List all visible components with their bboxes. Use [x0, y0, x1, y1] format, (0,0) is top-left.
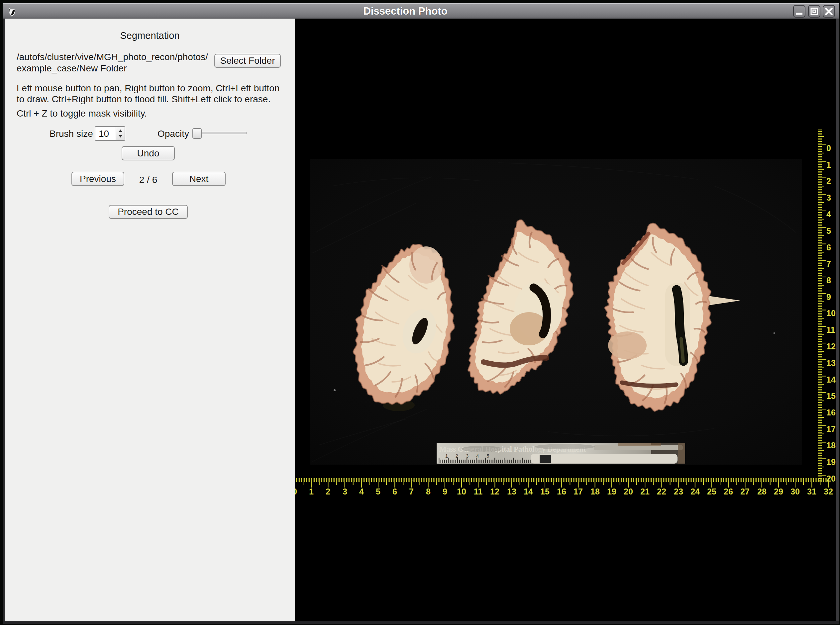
- svg-text:19: 19: [607, 487, 616, 496]
- svg-text:10: 10: [826, 308, 836, 318]
- svg-text:14: 14: [826, 375, 836, 384]
- svg-text:2: 2: [826, 176, 831, 186]
- svg-text:6: 6: [826, 243, 831, 252]
- svg-text:29: 29: [774, 487, 783, 496]
- svg-text:1 2 3 4 5: 1 2 3 4 5: [445, 453, 489, 459]
- svg-text:12: 12: [490, 487, 499, 496]
- svg-text:3: 3: [826, 193, 831, 202]
- svg-text:7: 7: [826, 259, 831, 268]
- svg-text:3: 3: [343, 487, 347, 496]
- svg-text:31: 31: [807, 487, 817, 496]
- svg-text:30: 30: [790, 487, 800, 496]
- svg-text:22: 22: [657, 487, 666, 496]
- svg-text:4: 4: [826, 210, 831, 219]
- svg-text:11: 11: [474, 487, 483, 496]
- svg-text:15: 15: [826, 391, 836, 401]
- svg-text:10: 10: [457, 487, 466, 496]
- svg-text:18: 18: [591, 487, 600, 496]
- svg-text:0: 0: [826, 143, 831, 153]
- svg-text:1: 1: [826, 160, 831, 169]
- svg-text:14: 14: [524, 487, 533, 496]
- svg-text:12: 12: [826, 342, 836, 351]
- svg-text:23: 23: [674, 487, 683, 496]
- svg-text:28: 28: [757, 487, 767, 496]
- svg-text:17: 17: [574, 487, 583, 496]
- svg-text:9: 9: [826, 292, 831, 302]
- svg-text:26: 26: [724, 487, 733, 496]
- svg-text:4: 4: [359, 487, 364, 496]
- svg-text:8: 8: [826, 276, 831, 285]
- svg-text:16: 16: [557, 487, 566, 496]
- svg-text:8: 8: [426, 487, 431, 496]
- svg-text:6: 6: [393, 487, 397, 496]
- svg-text:13: 13: [826, 358, 836, 368]
- svg-text:1: 1: [309, 487, 314, 496]
- svg-text:2: 2: [326, 487, 330, 496]
- svg-text:27: 27: [740, 487, 750, 496]
- svg-text:18: 18: [826, 441, 836, 450]
- svg-text:5: 5: [826, 226, 831, 235]
- svg-text:11: 11: [826, 325, 835, 334]
- svg-text:13: 13: [507, 487, 516, 496]
- svg-text:20: 20: [624, 487, 633, 496]
- svg-text:15: 15: [540, 487, 550, 496]
- svg-text:32: 32: [824, 487, 833, 496]
- svg-text:16: 16: [826, 408, 836, 417]
- svg-text:25: 25: [707, 487, 716, 496]
- svg-text:17: 17: [826, 424, 836, 434]
- svg-text:7: 7: [409, 487, 414, 496]
- svg-text:20: 20: [826, 474, 836, 483]
- svg-text:0: 0: [295, 487, 297, 496]
- svg-text:19: 19: [826, 457, 836, 466]
- svg-text:9: 9: [443, 487, 447, 496]
- svg-text:21: 21: [640, 487, 650, 496]
- svg-text:24: 24: [690, 487, 700, 496]
- svg-text:5: 5: [376, 487, 380, 496]
